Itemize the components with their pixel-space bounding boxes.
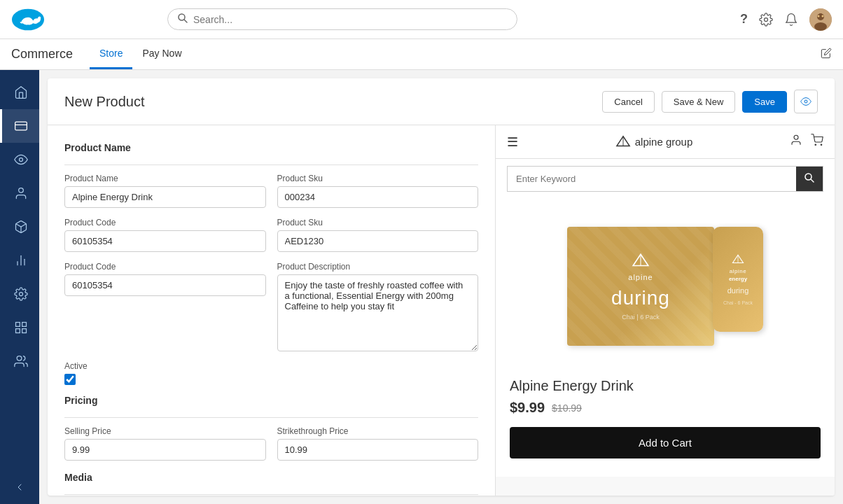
svg-rect-10 (15, 122, 27, 130)
can-type-label: energy (729, 276, 747, 282)
commerce-icon (14, 119, 28, 133)
store-header: ☰ alpine group (496, 125, 835, 159)
store-search-button[interactable] (796, 167, 823, 191)
user-avatar[interactable] (809, 8, 832, 31)
form-group-product-code1: Product Code (64, 218, 266, 252)
main-container: New Product Cancel Save & New Save Produ… (0, 70, 843, 504)
svg-point-27 (794, 135, 798, 139)
svg-point-29 (821, 144, 822, 146)
product-name-preview: Alpine Energy Drink (510, 378, 821, 394)
can-pack-label: Chai - 6 Pack (723, 300, 753, 305)
eye-icon (800, 96, 811, 107)
form-group-product-description: Product Description Enjoy the taste of f… (277, 262, 479, 351)
sidebar-item-settings[interactable] (0, 277, 39, 311)
svg-line-2 (184, 20, 187, 22)
cancel-button[interactable]: Cancel (602, 91, 654, 113)
app-name: Commerce (11, 47, 73, 62)
sidebar-item-products[interactable] (0, 210, 39, 244)
form-group-strikethrough-price: Strikethrough Price (277, 426, 479, 461)
eye-icon (14, 153, 28, 167)
product-code2-input[interactable] (64, 274, 266, 296)
product-code1-label: Product Code (64, 218, 266, 227)
can-brand-label: alpine (730, 268, 746, 274)
preview-button[interactable] (794, 90, 818, 113)
save-button[interactable]: Save (742, 91, 787, 113)
sidebar-item-contacts[interactable] (0, 176, 39, 210)
store-header-icons (790, 134, 823, 150)
page-title: New Product (64, 94, 602, 110)
store-cart-icon[interactable] (811, 134, 823, 150)
salesforce-logo (11, 8, 45, 31)
top-navigation: ? (0, 0, 843, 39)
search-icon (178, 13, 188, 25)
sidebar-collapse-button[interactable] (14, 482, 25, 496)
grid-icon (14, 321, 28, 335)
settings-button[interactable] (759, 13, 773, 27)
global-search[interactable] (167, 8, 517, 30)
sidebar-item-users[interactable] (0, 344, 39, 378)
product-name-input[interactable] (64, 186, 266, 208)
store-brand: alpine group (615, 134, 693, 150)
form-panel: Product Name Product Name Product Sku (48, 125, 496, 496)
sidebar-item-views[interactable] (0, 143, 39, 176)
sidebar-item-reports[interactable] (0, 244, 39, 277)
sub-nav-tabs: Store Pay Now (90, 39, 192, 69)
notifications-button[interactable] (784, 13, 798, 27)
product-description-input[interactable]: Enjoy the taste of freshly roasted coffe… (277, 274, 479, 351)
svg-line-31 (811, 179, 814, 182)
svg-point-5 (814, 22, 827, 31)
product-code2-label: Product Code (64, 262, 266, 272)
svg-point-28 (815, 144, 816, 146)
form-group-product-sku1: Product Sku (277, 174, 479, 208)
svg-point-23 (17, 356, 22, 361)
product-sku1-input[interactable] (277, 186, 479, 208)
box-pack-label: Chai | 6 Pack (622, 314, 659, 321)
search-input[interactable] (193, 14, 507, 25)
help-icon: ? (740, 12, 748, 27)
product-name-label: Product Name (64, 174, 266, 183)
box-brand-label: alpine (628, 273, 653, 281)
svg-point-12 (19, 158, 22, 162)
product-code1-input[interactable] (64, 230, 266, 252)
avatar-image (809, 8, 832, 31)
strikethrough-price-input[interactable] (277, 439, 479, 461)
pencil-icon (821, 48, 832, 59)
bell-icon (784, 13, 798, 27)
tab-pay-now[interactable]: Pay Now (132, 39, 191, 69)
store-search-input[interactable] (508, 168, 796, 190)
store-user-icon[interactable] (790, 134, 802, 150)
pricing-section: Pricing Selling Price Strikethrough Pric… (64, 395, 478, 461)
sidebar-item-commerce[interactable] (0, 109, 39, 143)
form-row-pricing: Selling Price Strikethrough Price (64, 426, 478, 461)
person-icon (14, 186, 28, 200)
product-sku2-input[interactable] (277, 230, 479, 252)
store-menu-icon[interactable]: ☰ (507, 134, 518, 150)
save-new-button[interactable]: Save & New (662, 91, 736, 113)
product-image-area: alpine during Chai | 6 Pack (496, 199, 835, 367)
active-checkbox[interactable] (64, 374, 76, 385)
active-checkbox-wrap (64, 374, 478, 385)
product-sku1-label: Product Sku (277, 174, 479, 183)
store-search (496, 159, 835, 199)
edit-nav-button[interactable] (821, 48, 832, 62)
help-button[interactable]: ? (740, 12, 748, 27)
add-to-cart-button[interactable]: Add to Cart (510, 427, 821, 458)
pricing-section-title: Pricing (64, 395, 478, 406)
box-pattern (567, 227, 714, 346)
gear-icon (759, 13, 773, 27)
product-can: alpine energy during Chai - 6 Pack (713, 227, 763, 332)
record-header: New Product Cancel Save & New Save (48, 78, 835, 125)
tab-store[interactable]: Store (90, 39, 132, 69)
alpine-logo (615, 134, 631, 150)
product-description-label: Product Description (277, 262, 479, 272)
sidebar-item-apps[interactable] (0, 311, 39, 344)
selling-price-input[interactable] (64, 439, 266, 461)
svg-point-13 (18, 188, 23, 193)
record-page: New Product Cancel Save & New Save Produ… (48, 78, 835, 496)
sidebar-item-home[interactable] (0, 76, 39, 109)
svg-rect-20 (22, 323, 26, 327)
svg-point-18 (19, 293, 22, 296)
product-name-section-title: Product Name (64, 142, 478, 153)
box-product-label: during (611, 287, 670, 309)
can-product-label: during (727, 286, 749, 295)
